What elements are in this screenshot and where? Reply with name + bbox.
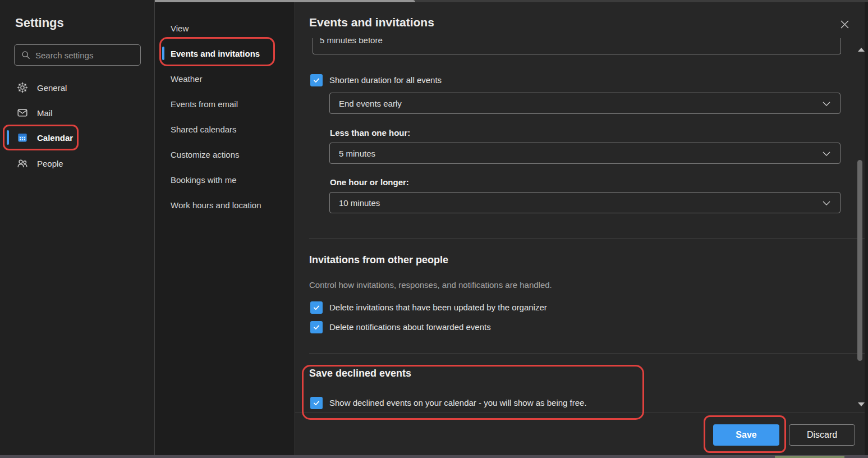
check-icon <box>313 400 320 406</box>
subnav-item-work-hours-and-location[interactable]: Work hours and location <box>155 195 295 214</box>
background-page-sliver <box>775 456 844 458</box>
reminder-dropdown-value: 5 minutes before <box>320 38 383 45</box>
search-settings-box[interactable] <box>14 44 141 66</box>
settings-title: Settings <box>15 16 64 30</box>
shorten-duration-checkbox-row[interactable]: Shorten duration for all events <box>310 74 442 86</box>
discard-button[interactable]: Discard <box>789 424 855 446</box>
close-button[interactable] <box>835 15 853 33</box>
delete-forwarded-notifications-checkbox-row[interactable]: Delete notifications about forwarded eve… <box>310 321 491 333</box>
end-events-dropdown[interactable]: End events early <box>329 93 841 114</box>
calendar-icon <box>17 132 28 143</box>
delete-updated-invitations-checkbox-row[interactable]: Delete invitations that have been update… <box>310 301 547 314</box>
subnav-item-label: Work hours and location <box>171 200 261 210</box>
dropdown-value: End events early <box>339 99 402 108</box>
subnav-item-customize-actions[interactable]: Customize actions <box>155 145 295 164</box>
scrollbar-up-arrow[interactable] <box>858 48 865 52</box>
reminder-dropdown-clipped[interactable]: 5 minutes before <box>313 38 841 54</box>
sidebar-item-people[interactable]: People <box>4 153 150 173</box>
footer-divider <box>295 413 868 413</box>
subnav-item-label: Events from email <box>171 99 238 109</box>
subnav-item-label: Weather <box>171 74 202 84</box>
subnav-item-bookings-with-me[interactable]: Bookings with me <box>155 170 295 189</box>
sidebar-item-calendar[interactable]: Calendar <box>4 127 150 148</box>
chevron-down-icon <box>823 201 830 205</box>
dropdown-value: 5 minutes <box>339 149 375 158</box>
chevron-down-icon <box>823 152 830 156</box>
sidebar-item-label: People <box>37 159 63 168</box>
hour-or-longer-dropdown[interactable]: 10 minutes <box>329 192 841 213</box>
check-icon <box>313 304 320 311</box>
search-icon <box>21 51 30 59</box>
background-window-edge <box>0 455 868 458</box>
subnav-item-label: Customize actions <box>171 150 240 159</box>
selection-indicator <box>7 130 9 145</box>
checkbox-label: Delete notifications about forwarded eve… <box>329 321 491 333</box>
calendar-subnav: View Events and invitations Weather Even… <box>155 0 295 458</box>
settings-dialog: Settings General <box>0 0 868 458</box>
subnav-item-events-and-invitations[interactable]: Events and invitations <box>155 44 295 63</box>
invitations-section-description: Control how invitations, responses, and … <box>309 280 552 290</box>
scrollbar-thumb[interactable] <box>857 160 862 361</box>
less-than-hour-label: Less than one hour: <box>330 128 410 138</box>
dropdown-value: 10 minutes <box>339 198 380 208</box>
sidebar-item-general[interactable]: General <box>4 77 150 98</box>
people-icon <box>17 158 28 169</box>
selection-indicator <box>162 47 164 60</box>
checkbox-checked[interactable] <box>310 321 323 333</box>
close-icon <box>840 20 849 29</box>
checkbox-label: Show declined events on your calendar - … <box>329 397 587 409</box>
subnav-item-view[interactable]: View <box>155 19 295 38</box>
check-icon <box>313 77 320 84</box>
section-divider <box>309 353 868 354</box>
subnav-item-events-from-email[interactable]: Events from email <box>155 94 295 113</box>
checkbox-label: Shorten duration for all events <box>329 74 442 86</box>
scroll-clip-region: 5 minutes before <box>295 38 854 58</box>
search-input[interactable] <box>35 51 131 60</box>
invitations-section-heading: Invitations from other people <box>309 254 448 266</box>
subnav-item-label: Shared calendars <box>171 125 237 134</box>
checkbox-checked[interactable] <box>310 397 323 409</box>
subnav-item-label: Events and invitations <box>171 49 260 58</box>
sidebar-item-label: General <box>37 83 67 93</box>
check-icon <box>313 324 320 331</box>
save-declined-events-heading: Save declined events <box>309 368 411 379</box>
subnav-item-shared-calendars[interactable]: Shared calendars <box>155 120 295 139</box>
panel-title: Events and invitations <box>309 16 434 29</box>
subnav-item-weather[interactable]: Weather <box>155 69 295 88</box>
sidebar-item-mail[interactable]: Mail <box>4 103 150 123</box>
dialog-right-edge <box>865 2 868 455</box>
mail-icon <box>17 107 28 118</box>
sidebar-item-label: Mail <box>37 108 53 118</box>
checkbox-checked[interactable] <box>310 301 323 314</box>
scrollbar-down-arrow[interactable] <box>858 402 865 406</box>
settings-sidebar: Settings General <box>0 0 155 458</box>
checkbox-label: Delete invitations that have been update… <box>329 301 547 314</box>
checkbox-checked[interactable] <box>310 74 323 86</box>
subnav-item-label: View <box>171 24 189 33</box>
sidebar-item-label: Calendar <box>37 133 73 143</box>
events-and-invitations-panel: Events and invitations 5 minutes before … <box>295 0 868 458</box>
background-window-edge <box>155 0 415 2</box>
save-button[interactable]: Save <box>713 424 779 446</box>
subnav-item-label: Bookings with me <box>171 175 237 185</box>
chevron-down-icon <box>823 102 830 106</box>
background-window-edge <box>415 0 868 2</box>
section-divider <box>309 238 868 239</box>
hour-or-longer-label: One hour or longer: <box>330 177 409 187</box>
gear-icon <box>17 82 28 93</box>
less-than-hour-dropdown[interactable]: 5 minutes <box>329 143 841 164</box>
show-declined-events-checkbox-row[interactable]: Show declined events on your calendar - … <box>310 397 587 409</box>
